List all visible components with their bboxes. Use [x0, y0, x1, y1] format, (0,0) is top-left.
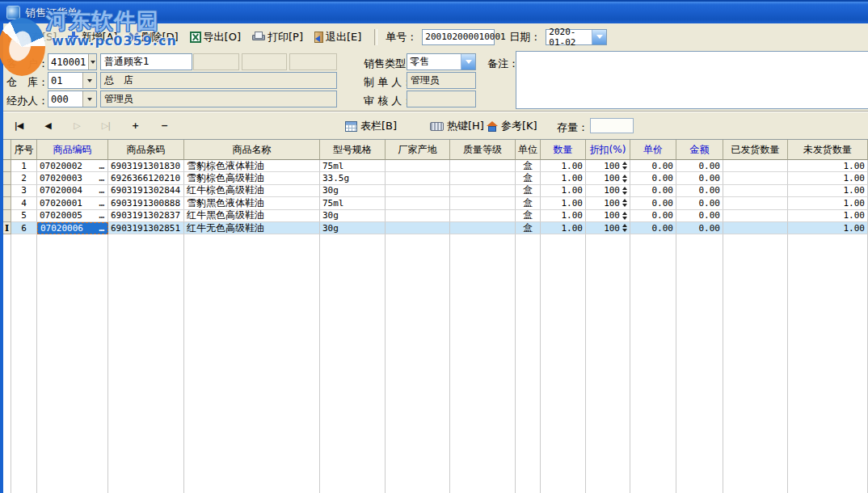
cell-qty[interactable]: 1.00 — [541, 185, 586, 197]
cell-quality[interactable] — [450, 222, 516, 234]
cell-product-code[interactable]: 07020004… — [37, 185, 108, 197]
cell-product-code[interactable]: 07020002… — [37, 160, 108, 172]
lookup-ellipsis-button[interactable]: … — [99, 161, 105, 171]
spinner-icon[interactable] — [622, 162, 627, 170]
cell-product-name[interactable]: 红牛棕色高级鞋油 — [184, 185, 320, 197]
cell-unit-price[interactable]: 0.00 — [630, 222, 676, 234]
exit-button[interactable]: 退出[E] — [314, 30, 361, 44]
cell-unit-price[interactable]: 0.00 — [630, 210, 676, 222]
cell-unshipped-qty[interactable]: 1.00 — [788, 160, 868, 172]
title-bar[interactable]: 销售订货单 — [0, 0, 868, 23]
cell-product-name[interactable]: 雪豹黑色液体鞋油 — [184, 197, 320, 209]
cell-quality[interactable] — [450, 197, 516, 209]
lookup-ellipsis-button[interactable]: … — [99, 173, 105, 183]
cell-product-name[interactable]: 雪豹棕色高级鞋油 — [184, 172, 320, 184]
cell-unit-price[interactable]: 0.00 — [630, 197, 676, 209]
col-header-discount[interactable]: 折扣(%) — [586, 140, 630, 160]
cell-seq[interactable]: 1 — [11, 160, 37, 172]
sales-type-dropdown-button[interactable] — [461, 54, 475, 70]
delete-button[interactable]: 删除[D] — [129, 30, 178, 44]
cell-unit[interactable]: 盒 — [516, 172, 541, 184]
first-record-button[interactable]: |◀ — [10, 118, 27, 133]
cell-unit-price[interactable]: 0.00 — [630, 172, 676, 184]
cell-amount[interactable]: 0.00 — [676, 172, 723, 184]
cell-unit[interactable]: 盒 — [516, 210, 541, 222]
prev-record-button[interactable]: ◀ — [39, 118, 57, 133]
cell-product-name[interactable]: 红牛无色高级鞋油 — [184, 222, 320, 234]
handler-code-combo[interactable]: 000 — [48, 91, 97, 107]
hotkey-button[interactable]: 热键[H] — [430, 119, 484, 133]
next-record-button[interactable]: ▷ — [68, 118, 86, 133]
lookup-ellipsis-button[interactable]: … — [99, 185, 105, 196]
cell-unit-price[interactable]: 0.00 — [630, 185, 676, 197]
cell-unshipped-qty[interactable]: 1.00 — [788, 210, 868, 222]
spinner-icon[interactable] — [622, 175, 627, 183]
remark-textarea[interactable] — [516, 51, 868, 109]
cell-product-code[interactable]: 07020006… — [37, 222, 108, 234]
cell-barcode[interactable]: 6903191301830 — [108, 160, 184, 172]
cell-barcode[interactable]: 6926366120210 — [108, 172, 184, 184]
spinner-icon[interactable] — [622, 212, 627, 220]
cell-vendor[interactable] — [386, 197, 450, 209]
cell-shipped-qty[interactable] — [723, 210, 788, 222]
cell-seq[interactable]: 6 — [11, 222, 37, 234]
cell-qty[interactable]: 1.00 — [541, 222, 586, 234]
cell-barcode[interactable]: 6903191300888 — [108, 197, 184, 209]
cell-discount[interactable]: 100 — [586, 172, 630, 184]
cell-barcode[interactable]: 6903191302844 — [108, 185, 184, 197]
cell-spec[interactable]: 75ml — [320, 197, 386, 209]
cell-unit[interactable]: 盒 — [516, 222, 541, 234]
cell-shipped-qty[interactable] — [723, 172, 788, 184]
reference-button[interactable]: 参考[K] — [487, 119, 537, 133]
cell-spec[interactable]: 75ml — [320, 160, 386, 172]
cell-unshipped-qty[interactable]: 1.00 — [788, 172, 868, 184]
cell-shipped-qty[interactable] — [723, 160, 788, 172]
cell-vendor[interactable] — [386, 185, 450, 197]
cell-amount[interactable]: 0.00 — [676, 160, 723, 172]
col-header-row-indicator[interactable] — [3, 140, 11, 160]
col-header-shipped-qty[interactable]: 已发货数量 — [723, 140, 788, 160]
cell-discount[interactable]: 100 — [586, 197, 630, 209]
col-header-amount[interactable]: 金额 — [676, 140, 723, 160]
customer-name-field[interactable]: 普通顾客1 — [100, 53, 192, 70]
lookup-ellipsis-button[interactable]: … — [99, 198, 105, 209]
table-columns-button[interactable]: 表栏[B] — [345, 119, 397, 133]
cell-discount[interactable]: 100 — [586, 185, 630, 197]
sales-type-dropdown[interactable]: 零售 — [407, 53, 476, 70]
spinner-icon[interactable] — [622, 224, 627, 232]
cell-unshipped-qty[interactable]: 1.00 — [788, 185, 868, 197]
cell-qty[interactable]: 1.00 — [541, 210, 586, 222]
cell-amount[interactable]: 0.00 — [676, 185, 723, 197]
cell-unshipped-qty[interactable]: 1.00 — [788, 222, 868, 234]
cell-shipped-qty[interactable] — [723, 185, 788, 197]
cell-shipped-qty[interactable] — [723, 197, 788, 209]
cell-product-code[interactable]: 07020001… — [37, 197, 108, 209]
customer-code-combo[interactable]: 410001 — [48, 53, 97, 70]
save-button[interactable]: 保存[S] — [8, 30, 57, 44]
export-button[interactable]: 导出[O] — [190, 30, 241, 44]
cell-product-name[interactable]: 雪豹棕色液体鞋油 — [184, 160, 320, 172]
col-header-vendor[interactable]: 厂家产地 — [386, 140, 450, 160]
cell-shipped-qty[interactable] — [723, 222, 788, 234]
handler-combo-button[interactable] — [82, 91, 96, 107]
col-header-unshipped-qty[interactable]: 未发货数量 — [788, 140, 868, 160]
new-button[interactable]: 新增[A] — [68, 30, 117, 44]
date-dropdown[interactable]: 2020-01-02 — [546, 29, 607, 45]
last-record-button[interactable]: ▷| — [97, 118, 115, 133]
col-header-qty[interactable]: 数量 — [541, 140, 586, 160]
warehouse-code-combo[interactable]: 01 — [48, 72, 97, 89]
cell-unit-price[interactable]: 0.00 — [630, 160, 676, 172]
spinner-icon[interactable] — [622, 187, 627, 195]
cell-seq[interactable]: 3 — [11, 185, 37, 197]
cell-quality[interactable] — [450, 172, 516, 184]
col-header-seq[interactable]: 序号 — [11, 140, 37, 160]
col-header-unit[interactable]: 单位 — [516, 140, 541, 160]
cell-unit[interactable]: 盒 — [516, 197, 541, 209]
cell-quality[interactable] — [450, 185, 516, 197]
cell-discount[interactable]: 100 — [586, 222, 630, 234]
cell-amount[interactable]: 0.00 — [676, 210, 723, 222]
col-header-unit-price[interactable]: 单价 — [630, 140, 676, 160]
insert-row-button[interactable]: + — [126, 118, 144, 133]
cell-quality[interactable] — [450, 210, 516, 222]
cell-vendor[interactable] — [386, 222, 450, 234]
